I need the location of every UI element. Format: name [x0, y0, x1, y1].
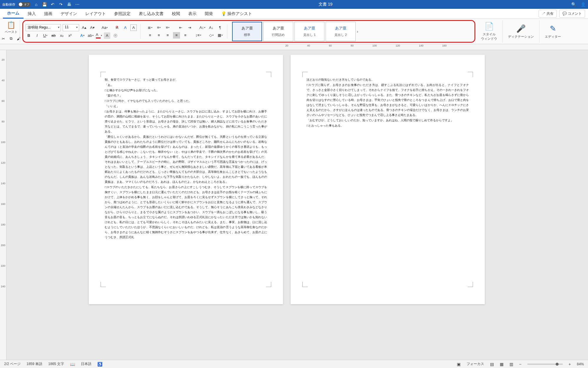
char-count[interactable]: 1865 文字	[48, 362, 64, 367]
phonetic-guide-icon[interactable]: A	[122, 24, 129, 31]
line-spacing-icon[interactable]: ↕≡	[195, 32, 202, 39]
focus-label[interactable]: フォーカス	[467, 362, 484, 367]
editor-group[interactable]: ✎ エディター	[539, 20, 566, 43]
clear-formatting-icon[interactable]: A⊘	[114, 24, 120, 31]
format-painter-icon[interactable]: 🖌	[16, 35, 22, 42]
redo-icon[interactable]: ↷	[58, 2, 64, 7]
shading-icon[interactable]: ◇	[208, 32, 215, 39]
more-icon[interactable]: ⋯	[75, 2, 80, 7]
zoom-in-icon[interactable]: +	[569, 362, 571, 367]
align-center-icon[interactable]: ≡	[155, 32, 162, 39]
dictation-group[interactable]: 🎤 ディクテーション	[502, 20, 539, 43]
page-2[interactable]: 法どおりの陰気ないただき方をしているのである。 □スウプに限らず、お母さまのお食…	[291, 55, 485, 304]
tab-review[interactable]: 校閲	[168, 9, 184, 18]
grow-font-icon[interactable]: A▴	[81, 24, 87, 31]
font-family-select[interactable]: 游明朝 Regu...	[26, 24, 61, 31]
styles-pane-group[interactable]: 📄 スタイル ウィンドウ	[475, 20, 502, 43]
show-marks-icon[interactable]: ¶	[216, 24, 224, 31]
tab-view[interactable]: 表示	[184, 9, 201, 18]
enclose-char-icon[interactable]: ㊉	[112, 32, 119, 39]
search-icon[interactable]: 🔍	[571, 2, 576, 7]
spellcheck-icon[interactable]: 📖	[70, 362, 75, 367]
save-icon[interactable]: 💾	[42, 2, 47, 7]
tab-layout[interactable]: レイアウト	[81, 9, 110, 18]
distributed-icon[interactable]: ≡	[182, 32, 189, 39]
home-icon[interactable]: ⌂	[34, 2, 39, 7]
crop-mark-icon	[266, 282, 271, 287]
page-1[interactable]: 朝、食堂でスウプを一さじ、すっと吸ってお母さまが、 「あ」 □と幽かすかな叫び声…	[89, 55, 283, 304]
print-layout-icon[interactable]: ▤	[490, 362, 494, 367]
paragraph-group: ≣ ≡ ≡ ⇤ ⇥ A↕ A↓ ¶ ≡ ≡ ≡ ≡ ≡ ↕≡ ◇	[143, 24, 227, 39]
font-color-icon[interactable]: A	[96, 32, 102, 39]
page-1-body[interactable]: 朝、食堂でスウプを一さじ、すっと吸ってお母さまが、 「あ」 □と幽かすかな叫び声…	[105, 77, 267, 240]
mic-icon: 🎤	[516, 24, 526, 33]
tab-developer[interactable]: 開発	[201, 9, 217, 18]
multilevel-list-icon[interactable]: ≡	[164, 24, 171, 31]
zoom-out-icon[interactable]: −	[519, 362, 522, 367]
char-shading-icon[interactable]: A	[104, 32, 110, 39]
word-count[interactable]: 1859 単語	[26, 362, 42, 367]
tab-home[interactable]: ホーム	[3, 9, 24, 19]
tab-insert[interactable]: 挿入	[24, 9, 40, 18]
tab-draw[interactable]: 描画	[40, 9, 56, 18]
clipboard-group: 📋 ペースト ✂ ⧉ 🖌	[2, 20, 20, 43]
align-left-icon[interactable]: ≡	[146, 32, 154, 39]
bold-icon[interactable]: B	[26, 32, 32, 39]
bullets-icon[interactable]: ≣	[146, 24, 154, 31]
crop-mark-icon	[266, 72, 271, 77]
autosave-toggle[interactable]: オフ	[18, 2, 31, 7]
crop-mark-icon	[101, 282, 106, 287]
zoom-level[interactable]: 84%	[577, 362, 584, 366]
copy-icon[interactable]: ⧉	[8, 35, 14, 42]
numbering-icon[interactable]: ≡	[155, 24, 162, 31]
status-bar: 2/2 ページ 1859 単語 1865 文字 📖 日本語 ♿ ▣ フォーカス …	[0, 360, 588, 368]
horizontal-ruler[interactable]: 20 40 60 80 100 120 140 160	[0, 44, 588, 50]
justify-icon[interactable]: ≡	[173, 32, 180, 39]
bulb-icon: 💡	[221, 11, 226, 16]
paste-icon[interactable]: 📋	[7, 21, 16, 29]
style-normal[interactable]: あア亜 標準	[232, 22, 262, 41]
page-2-body[interactable]: 法どおりの陰気ないただき方をしているのである。 □スウプに限らず、お母さまのお食…	[307, 77, 469, 128]
font-size-select[interactable]: 11	[63, 24, 79, 31]
web-layout-icon[interactable]: ▥	[509, 362, 513, 367]
style-no-spacing[interactable]: あア亜 行間詰め	[263, 22, 293, 41]
vertical-ruler[interactable]: 204060 80100120 140160180 200220240	[0, 50, 6, 360]
subscript-icon[interactable]: x₂	[59, 32, 65, 39]
italic-icon[interactable]: I	[34, 32, 40, 39]
zoom-slider[interactable]	[527, 364, 563, 365]
shrink-font-icon[interactable]: A▾	[89, 24, 96, 31]
style-heading2[interactable]: あア亜 見出し 2	[326, 22, 356, 41]
text-direction-icon[interactable]: A↕	[199, 24, 206, 31]
language-indicator[interactable]: 日本語	[81, 362, 91, 367]
comments-button[interactable]: 💬 コメント	[559, 10, 585, 18]
tab-references[interactable]: 参照設定	[110, 9, 135, 18]
change-case-icon[interactable]: Aa	[101, 24, 108, 31]
sort-icon[interactable]: A↓	[208, 24, 215, 31]
increase-indent-icon[interactable]: ⇥	[186, 24, 193, 31]
share-button[interactable]: ↗ 共有	[539, 10, 557, 18]
styles-more-icon[interactable]: ›	[357, 29, 363, 34]
tab-tell-me[interactable]: 💡操作アシスト	[217, 9, 256, 18]
superscript-icon[interactable]: x²	[67, 32, 73, 39]
paste-label: ペースト	[5, 30, 18, 34]
focus-mode-icon[interactable]: ▣	[457, 362, 461, 367]
tab-design[interactable]: デザイン	[56, 9, 81, 18]
text-effects-icon[interactable]: A	[79, 32, 86, 39]
align-right-icon[interactable]: ≡	[164, 32, 171, 39]
highlight-color-icon[interactable]: ab	[87, 32, 94, 39]
decrease-indent-icon[interactable]: ⇤	[177, 24, 184, 31]
accessibility-icon[interactable]: ♿	[97, 362, 102, 367]
cut-icon[interactable]: ✂	[0, 35, 7, 42]
read-mode-icon[interactable]: ▦	[500, 362, 504, 367]
print-icon[interactable]: 🖶	[66, 2, 72, 7]
undo-icon[interactable]: ↶	[50, 2, 55, 7]
char-border-icon[interactable]: A	[130, 24, 137, 31]
style-heading1[interactable]: あア亜 見出し 1	[294, 22, 324, 41]
account-icon[interactable]: 👤	[580, 2, 586, 7]
borders-icon[interactable]: ▦	[216, 32, 224, 39]
tab-mailings[interactable]: 差し込み文書	[135, 9, 168, 18]
strikethrough-icon[interactable]: ab	[50, 32, 57, 39]
underline-icon[interactable]: U	[42, 32, 49, 39]
document-area: 204060 80100120 140160180 200220240 朝、食堂…	[0, 50, 588, 360]
page-count[interactable]: 2/2 ページ	[4, 362, 21, 367]
